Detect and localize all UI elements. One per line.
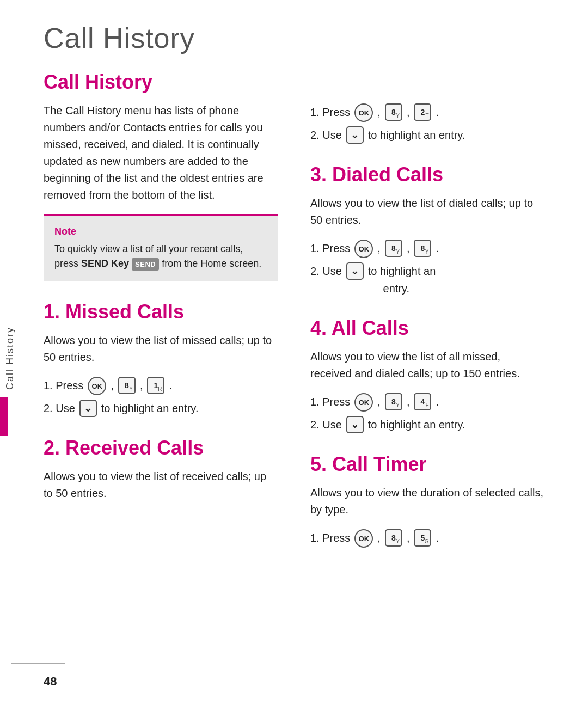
comma-d1: , [377, 240, 381, 257]
sidebar-bar [0, 397, 8, 436]
nav-key-a2: ⌄ [346, 416, 364, 433]
dialed-step-1: 1. Press OK , 8Y , 8Y . [310, 240, 544, 258]
step-num-d1: 1. Press [310, 240, 350, 257]
missed-step-2: 2. Use ⌄ to highlight an entry. [44, 400, 278, 417]
key-8: 8Y [118, 377, 136, 394]
received-calls-heading: 2. Received Calls [44, 437, 278, 459]
ok-key: OK [88, 377, 106, 395]
step-num-t1: 1. Press [310, 529, 350, 547]
missed-calls-section: 1. Missed Calls Allows you to view the l… [44, 301, 278, 417]
dialed-calls-heading: 3. Dialed Calls [310, 163, 544, 186]
missed-calls-steps: 1. Press OK , 8Y , 1R . 2. Use ⌄ to high… [44, 377, 278, 417]
page-number: 48 [44, 675, 57, 689]
note-label: Note [54, 226, 267, 237]
ok-key-r1: OK [354, 103, 373, 122]
received-steps: 1. Press OK , 8Y , 2T . 2. Use ⌄ to high… [310, 103, 544, 144]
call-timer-steps: 1. Press OK , 8Y , 5G . [310, 529, 544, 548]
dialed-calls-section: 3. Dialed Calls Allows you to view the l… [310, 163, 544, 297]
ok-key-t1: OK [354, 529, 373, 548]
all-calls-steps: 1. Press OK , 8Y , 4F . 2. Use ⌄ to high… [310, 393, 544, 433]
highlight-text: to highlight an entry. [101, 400, 199, 417]
comma2-a1: , [407, 393, 410, 410]
period-d1: . [436, 240, 439, 257]
nav-key-d2: ⌄ [346, 262, 364, 280]
highlight-a2: to highlight an entry. [368, 416, 465, 433]
main-section: Call History The Call History menu has l… [44, 71, 278, 281]
highlight-r2: to highlight an entry. [368, 126, 465, 144]
step-num-a1: 1. Press [310, 393, 350, 410]
ok-key-d1: OK [354, 240, 373, 258]
step-num: 1. Press [44, 377, 83, 394]
all-calls-desc: Allows you to view the list of all misse… [310, 348, 544, 382]
sidebar-tab: Call History [0, 316, 20, 401]
key-3-d1: 8Y [414, 240, 431, 257]
key-8-r1: 8Y [385, 103, 402, 121]
dialed-steps: 1. Press OK , 8Y , 8Y . 2. Use ⌄ to high… [310, 240, 544, 297]
step-num-r2: 2. Use [310, 126, 342, 144]
note-box: Note To quickly view a list of all your … [44, 214, 278, 281]
comma2-t1: , [407, 529, 410, 547]
left-column: Call History The Call History menu has l… [44, 71, 278, 567]
dialed-calls-desc: Allows you to view the list of dialed ca… [310, 195, 544, 229]
ok-key-a1: OK [354, 393, 373, 412]
received-step-2: 2. Use ⌄ to highlight an entry. [310, 126, 544, 144]
comma2-r1: , [407, 103, 410, 121]
missed-calls-heading: 1. Missed Calls [44, 301, 278, 323]
all-calls-section: 4. All Calls Allows you to view the list… [310, 317, 544, 433]
dialed-step-2: 2. Use ⌄ to highlight an entry. [310, 262, 544, 297]
missed-calls-desc: Allows you to view the list of missed ca… [44, 332, 278, 366]
step-num-d2: 2. Use [310, 262, 342, 280]
note-text: To quickly view a list of all your recen… [54, 242, 267, 271]
timer-step-1: 1. Press OK , 8Y , 5G . [310, 529, 544, 548]
page-title: Call History [0, 0, 588, 71]
key-8-d1: 8Y [385, 240, 402, 257]
key-5-t1: 5G [414, 529, 431, 547]
comma-t1: , [377, 529, 381, 547]
comma2-d1: , [407, 240, 410, 257]
period-a1: . [436, 393, 439, 410]
nav-key-r2: ⌄ [346, 126, 364, 144]
comma-r1: , [377, 103, 381, 121]
step-num-r1: 1. Press [310, 103, 350, 121]
call-timer-heading: 5. Call Timer [310, 453, 544, 476]
period-r1: . [436, 103, 439, 121]
nav-key: ⌄ [79, 400, 97, 417]
period: . [169, 377, 172, 394]
received-calls-section: 2. Received Calls Allows you to view the… [44, 437, 278, 502]
all-step-2: 2. Use ⌄ to highlight an entry. [310, 416, 544, 433]
key-4-a1: 4F [414, 393, 431, 410]
highlight-d2: to highlight an entry. [368, 262, 436, 297]
main-heading: Call History [44, 71, 278, 94]
received-steps-area: 1. Press OK , 8Y , 2T . 2. Use ⌄ to high… [310, 103, 544, 144]
missed-step-1: 1. Press OK , 8Y , 1R . [44, 377, 278, 395]
received-calls-desc: Allows you to view the list of received … [44, 468, 278, 502]
all-calls-heading: 4. All Calls [310, 317, 544, 340]
comma-a1: , [377, 393, 381, 410]
key-8-t1: 8Y [385, 529, 402, 547]
period-t1: . [436, 529, 439, 547]
main-description: The Call History menu has lists of phone… [44, 102, 278, 204]
step-num2: 2. Use [44, 400, 75, 417]
received-step-1: 1. Press OK , 8Y , 2T . [310, 103, 544, 122]
key-1: 1R [147, 377, 164, 394]
divider-line [11, 663, 65, 664]
note-text-part2: from the Home screen. [162, 258, 261, 269]
comma: , [111, 377, 114, 394]
send-key-badge: SEND [132, 258, 159, 271]
call-timer-desc: Allows you to view the duration of selec… [310, 485, 544, 518]
step-num-a2: 2. Use [310, 416, 342, 433]
right-column: 1. Press OK , 8Y , 2T . 2. Use ⌄ to high… [310, 71, 544, 567]
key-2-r1: 2T [414, 103, 431, 121]
call-timer-section: 5. Call Timer Allows you to view the dur… [310, 453, 544, 548]
key-8-a1: 8Y [385, 393, 402, 410]
comma2: , [140, 377, 143, 394]
all-step-1: 1. Press OK , 8Y , 4F . [310, 393, 544, 412]
